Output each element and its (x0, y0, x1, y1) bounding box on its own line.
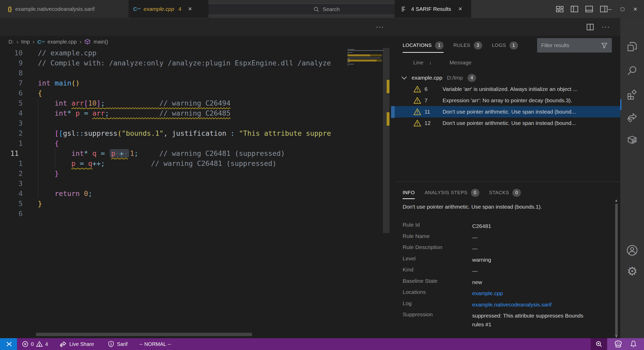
detail-tab-analysis-steps[interactable]: ANALYSIS STEPS0 (425, 187, 479, 199)
copilot-status-icon[interactable] (614, 340, 623, 348)
code-line[interactable]: 5 int arr[10]; // warning C26494 (0, 98, 346, 108)
panel-scrollbar[interactable] (615, 204, 618, 336)
code-editor[interactable]: 10// example.cpp9// Compile with: /analy… (0, 48, 395, 338)
field-value: — (472, 244, 586, 253)
line-number[interactable]: 4 (0, 189, 23, 199)
field-value-link[interactable]: example.cpp (472, 289, 586, 298)
live-share-status[interactable]: Live Share (56, 338, 97, 350)
extensions-icon[interactable] (626, 89, 638, 100)
code-line[interactable]: 3 (0, 178, 346, 189)
line-number[interactable]: 6 (0, 88, 23, 98)
line-number[interactable]: 7 (0, 78, 23, 88)
result-row[interactable]: 11Don't use pointer arithmetic. Use span… (395, 106, 620, 117)
code-line[interactable]: 8 (0, 68, 346, 78)
window-restore-icon[interactable]: ▢ (620, 7, 625, 11)
field-label: Baseline State (403, 278, 470, 284)
sarif-viewer-icon[interactable] (626, 134, 638, 146)
code-line[interactable]: 4 int* p = arr; // warning C26485 (0, 108, 346, 118)
detail-tab-stacks[interactable]: STACKS0 (489, 187, 521, 199)
filter-results-input[interactable]: Filter results (537, 38, 612, 53)
chevron-down-icon[interactable] (401, 76, 407, 80)
toggle-panel-icon[interactable] (585, 5, 593, 13)
code-line[interactable]: 1 p = q++; // warning C26481 (suppressed… (0, 158, 346, 168)
minimap[interactable] (346, 49, 383, 80)
detail-tab-info[interactable]: INFO (403, 187, 415, 199)
group-count-badge: 4 (468, 74, 476, 82)
overview-cursor-marker (391, 106, 395, 118)
settings-gear-icon[interactable]: ⚙ (627, 265, 637, 277)
line-number[interactable]: 3 (0, 118, 23, 128)
code-line[interactable]: 11 int* q = p·+·1; // warning C26481 (su… (0, 148, 346, 158)
code-line[interactable]: 4 return 0; (0, 189, 346, 199)
problems-status[interactable]: 0 4 (19, 338, 51, 350)
account-icon[interactable] (626, 244, 638, 257)
field-value-link[interactable]: example.nativecodeanalysis.sarif (472, 300, 586, 309)
result-row[interactable]: 6Variable 'arr' is uninitialized. Always… (395, 83, 620, 95)
sarif-status[interactable]: Sarif (105, 338, 130, 350)
line-number[interactable]: 6 (0, 209, 23, 219)
vertical-scrollbar[interactable] (383, 48, 389, 233)
breadcrumb-item[interactable]: main() (94, 39, 108, 45)
code-line[interactable]: 1 { (0, 138, 346, 148)
notifications-bell-icon[interactable] (629, 340, 638, 348)
remote-indicator[interactable] (0, 338, 17, 350)
tab-close-icon[interactable]: × (188, 5, 192, 13)
line-number[interactable]: 9 (0, 58, 23, 68)
scroll-up-icon[interactable]: ▲ (614, 198, 618, 202)
tab-sarif-file[interactable]: {} example.nativecodeanalysis.sarif (0, 0, 136, 18)
result-row[interactable]: 7Expression 'arr': No array to pointer d… (395, 95, 620, 106)
column-message[interactable]: Message (450, 59, 471, 66)
tab-locations[interactable]: LOCATIONS1 (403, 38, 444, 52)
tab-close-icon[interactable]: × (458, 5, 462, 13)
tab-label: LOCATIONS (403, 42, 432, 48)
line-number[interactable]: 5 (0, 98, 23, 108)
code-line[interactable]: 3 (0, 118, 346, 128)
split-editor-icon[interactable] (586, 23, 594, 31)
cpp-file-icon: C++ (37, 39, 45, 45)
results-group-row[interactable]: example.cpp D:/tmp 4 (395, 72, 620, 83)
code-line[interactable]: 7int main() (0, 78, 346, 88)
code-line[interactable]: 2 } (0, 168, 346, 178)
vim-mode-status[interactable]: -- NORMAL -- (137, 338, 174, 350)
result-row[interactable]: 12Don't use pointer arithmetic. Use span… (395, 117, 620, 129)
breadcrumb-item[interactable]: example.cpp (47, 39, 77, 45)
horizontal-scrollbar[interactable] (36, 333, 252, 336)
explorer-icon[interactable] (626, 41, 638, 53)
result-line: 6 (425, 86, 443, 92)
column-line[interactable]: Line (413, 59, 423, 66)
code-line[interactable]: 6{ (0, 88, 346, 98)
window-close-icon[interactable]: × (633, 6, 637, 12)
tab-label: RULES (453, 42, 470, 48)
line-number[interactable]: 10 (0, 48, 23, 58)
live-share-icon[interactable] (626, 111, 638, 123)
search-icon[interactable] (626, 65, 638, 76)
tab-logs[interactable]: LOGS1 (492, 38, 518, 52)
code-line[interactable]: 5} (0, 199, 346, 209)
code-line[interactable]: 6 (0, 209, 346, 219)
zoom-status[interactable] (591, 338, 607, 350)
customize-layout-icon[interactable] (556, 5, 564, 13)
tab-rules[interactable]: RULES3 (453, 38, 482, 52)
line-number[interactable]: 1 (0, 138, 23, 148)
scroll-down-icon[interactable]: ▼ (614, 334, 618, 338)
breadcrumb-item[interactable]: D: (9, 39, 14, 45)
line-number[interactable]: 11 (0, 148, 33, 158)
window-minimize-icon[interactable]: – (608, 6, 612, 12)
line-number[interactable]: 5 (0, 199, 23, 209)
tab-sarif-results[interactable]: 4 SARIF Results × (395, 0, 471, 18)
line-number[interactable]: 4 (0, 108, 23, 118)
line-number[interactable]: 3 (0, 178, 23, 189)
line-number[interactable]: 2 (0, 168, 23, 178)
toggle-sidebar-left-icon[interactable] (571, 5, 578, 13)
breadcrumb-item[interactable]: tmp (21, 39, 30, 45)
line-number[interactable]: 8 (0, 68, 23, 78)
code-line[interactable]: 2 [[gsl::suppress("bounds.1", justificat… (0, 128, 346, 138)
code-line[interactable]: 10// example.cpp (0, 48, 346, 58)
line-number[interactable]: 2 (0, 128, 23, 138)
line-number[interactable]: 1 (0, 158, 23, 168)
tab-example-cpp[interactable]: C++ example.cpp 4 × (129, 0, 208, 18)
more-actions-icon[interactable]: ··· (602, 23, 610, 31)
result-line: 7 (425, 97, 443, 104)
editor-actions-more-icon[interactable]: ··· (372, 18, 388, 36)
code-line[interactable]: 9// Compile with: /analyze:only /analyze… (0, 58, 346, 68)
